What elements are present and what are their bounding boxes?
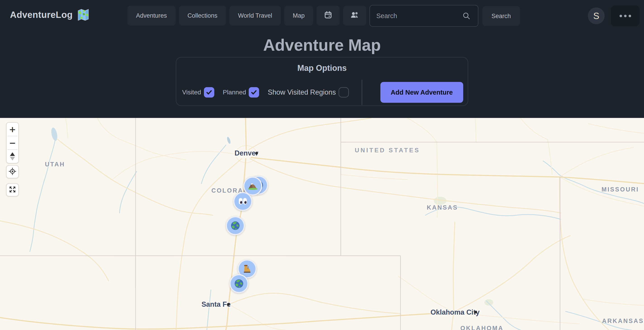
state-label: MISSOURI bbox=[602, 186, 639, 193]
zoom-in-icon: + bbox=[9, 125, 16, 134]
adventurelog-app: AdventureLog bbox=[0, 0, 644, 330]
fullscreen-icon bbox=[8, 186, 16, 194]
toggle-show-visited-regions[interactable]: Show Visited Regions bbox=[268, 87, 349, 98]
toggle-visited[interactable]: Visited bbox=[182, 87, 214, 98]
compass-north-icon bbox=[10, 152, 15, 156]
toggle-checkbox[interactable] bbox=[249, 87, 259, 98]
toggle-label: Planned bbox=[223, 89, 246, 96]
nav-collections[interactable]: Collections bbox=[179, 6, 226, 26]
map-zoom-controls: + − bbox=[6, 122, 19, 164]
map-options-title: Map Options bbox=[176, 63, 468, 73]
city-label: Santa Fe bbox=[202, 300, 230, 308]
state-label: KANSAS bbox=[427, 204, 458, 211]
nav-world-travel[interactable]: World Travel bbox=[230, 6, 281, 26]
state-label: UNITED STATES bbox=[355, 147, 420, 154]
search-button[interactable]: Search bbox=[482, 6, 520, 26]
users-button[interactable] bbox=[343, 6, 366, 26]
city-label: Oklahoma City bbox=[430, 308, 480, 316]
add-new-adventure-button[interactable]: Add New Adventure bbox=[380, 82, 463, 103]
city-dot bbox=[227, 303, 230, 306]
zoom-out-button[interactable]: − bbox=[6, 136, 18, 150]
city-dot bbox=[474, 311, 477, 314]
calendar-button[interactable] bbox=[316, 6, 340, 26]
geolocate-icon bbox=[8, 168, 16, 176]
map-tiles bbox=[0, 118, 644, 330]
city-label: Denver bbox=[234, 149, 258, 157]
more-menu-button[interactable] bbox=[611, 6, 640, 26]
city-dot bbox=[255, 152, 258, 154]
state-label: UTAH bbox=[45, 161, 65, 168]
ellipsis-icon bbox=[620, 15, 631, 17]
globe-marker[interactable] bbox=[230, 274, 248, 293]
toggle-planned[interactable]: Planned bbox=[223, 87, 259, 98]
zoom-in-button[interactable]: + bbox=[6, 123, 18, 136]
search-input[interactable] bbox=[370, 5, 478, 27]
navbar: AdventureLog bbox=[0, 0, 644, 30]
page-title: Adventure Map bbox=[0, 36, 644, 54]
compass-south-icon bbox=[10, 157, 15, 160]
nav-group: Adventures Collections World Travel Map bbox=[128, 6, 366, 26]
divider bbox=[362, 80, 362, 105]
nav-adventures[interactable]: Adventures bbox=[128, 6, 176, 26]
toggle-label: Show Visited Regions bbox=[268, 88, 336, 96]
avatar[interactable]: S bbox=[588, 8, 605, 24]
map-options-row: Visited Planned Show Visited Regions bbox=[182, 82, 463, 103]
toggle-label: Visited bbox=[182, 89, 201, 96]
fullscreen-button[interactable] bbox=[6, 183, 19, 196]
map-options-card: Map Options Visited Planned Show Visited… bbox=[176, 57, 468, 106]
map-canvas[interactable]: + − bbox=[0, 118, 644, 330]
compass-button[interactable] bbox=[6, 150, 18, 163]
users-icon bbox=[350, 10, 359, 21]
globe-marker[interactable] bbox=[226, 216, 245, 235]
header: AdventureLog bbox=[0, 0, 644, 118]
nav-map[interactable]: Map bbox=[284, 6, 314, 26]
geolocate-button[interactable] bbox=[6, 165, 19, 178]
zoom-out-icon: − bbox=[9, 138, 16, 148]
calendar-icon bbox=[323, 10, 333, 21]
state-label: ARKANSAS bbox=[602, 318, 644, 324]
toggle-checkbox[interactable] bbox=[204, 87, 214, 98]
logo-text: AdventureLog bbox=[10, 10, 73, 20]
map-emoji-icon bbox=[77, 8, 90, 21]
logo[interactable]: AdventureLog bbox=[10, 8, 90, 21]
state-label: OKLAHOMA bbox=[460, 325, 504, 330]
toggle-checkbox[interactable] bbox=[338, 87, 349, 98]
eyes-marker[interactable] bbox=[233, 192, 252, 211]
search-area: Search bbox=[370, 5, 520, 27]
